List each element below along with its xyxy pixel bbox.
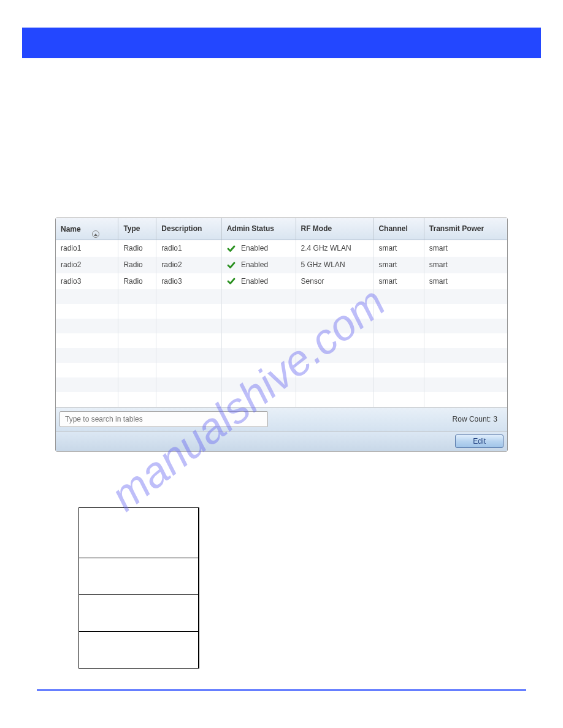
panel-button-bar: Edit (56, 431, 507, 451)
cell-transmit-power: smart (424, 273, 507, 290)
status-text: Enabled (241, 277, 268, 286)
cell-rf-mode: Sensor (296, 273, 373, 290)
cell-admin-status: Enabled (221, 257, 296, 273)
cell-admin-status: Enabled (221, 273, 296, 290)
desc-label-cell (79, 508, 199, 558)
table-row (56, 333, 507, 348)
check-icon (227, 277, 236, 286)
col-header-type[interactable]: Type (118, 218, 156, 240)
desc-label-cell (79, 595, 199, 632)
cell-name: radio3 (56, 273, 118, 290)
cell-rf-mode: 2.4 GHz WLAN (296, 240, 373, 257)
search-input[interactable] (59, 411, 268, 427)
table-row[interactable]: radio2 Radio radio2 Enabled 5 GHz WLAN s… (56, 257, 507, 273)
col-header-description[interactable]: Description (156, 218, 221, 240)
desc-label-cell (79, 558, 199, 595)
panel-footer: Row Count: 3 (56, 407, 507, 431)
cell-description: radio1 (156, 240, 221, 257)
edit-button[interactable]: Edit (455, 434, 504, 448)
cell-type: Radio (118, 257, 156, 273)
cell-channel: smart (373, 273, 424, 290)
desc-value-cell (199, 508, 199, 558)
cell-transmit-power: smart (424, 240, 507, 257)
col-header-admin-status[interactable]: Admin Status (221, 218, 296, 240)
cell-admin-status: Enabled (221, 240, 296, 257)
table-row[interactable]: radio3 Radio radio3 Enabled Sensor smart… (56, 273, 507, 290)
desc-row (79, 595, 199, 632)
desc-value-cell (199, 558, 199, 595)
status-text: Enabled (241, 244, 268, 252)
cell-name: radio1 (56, 240, 118, 257)
cell-name: radio2 (56, 257, 118, 273)
table-body: radio1 Radio radio1 Enabled 2.4 GHz WLAN… (56, 240, 507, 408)
table-row (56, 289, 507, 304)
desc-label-cell (79, 632, 199, 669)
col-header-transmit-power[interactable]: Transmit Power (424, 218, 507, 240)
table-row (56, 348, 507, 363)
header-name-text: Name (61, 225, 81, 233)
desc-value-cell (199, 595, 199, 632)
cell-description: radio2 (156, 257, 221, 273)
cell-transmit-power: smart (424, 257, 507, 273)
table-row[interactable]: radio1 Radio radio1 Enabled 2.4 GHz WLAN… (56, 240, 507, 257)
desc-row (79, 508, 199, 558)
table-row (56, 304, 507, 319)
cell-channel: smart (373, 240, 424, 257)
table-row (56, 319, 507, 333)
desc-value-cell (199, 632, 199, 669)
table-row (56, 392, 507, 407)
status-text: Enabled (241, 260, 268, 269)
cell-type: Radio (118, 240, 156, 257)
col-header-channel[interactable]: Channel (373, 218, 424, 240)
table-row (56, 377, 507, 392)
radio-table: Name Type Description Admin Status RF Mo… (56, 218, 507, 407)
cell-rf-mode: 5 GHz WLAN (296, 257, 373, 273)
check-icon (227, 261, 236, 270)
col-header-name[interactable]: Name (56, 218, 118, 240)
cell-type: Radio (118, 273, 156, 290)
footer-rule (37, 689, 526, 691)
cell-description: radio3 (156, 273, 221, 290)
table-row (56, 363, 507, 377)
description-table (79, 507, 199, 669)
row-count-value: 3 (493, 415, 497, 423)
desc-row (79, 632, 199, 669)
header-banner (22, 28, 541, 58)
desc-row (79, 558, 199, 595)
radio-grid-panel: Name Type Description Admin Status RF Mo… (55, 218, 508, 452)
check-icon (227, 245, 236, 253)
col-header-rf-mode[interactable]: RF Mode (296, 218, 373, 240)
cell-channel: smart (373, 257, 424, 273)
row-count-label: Row Count: (453, 415, 491, 423)
sort-asc-icon[interactable] (92, 230, 99, 238)
